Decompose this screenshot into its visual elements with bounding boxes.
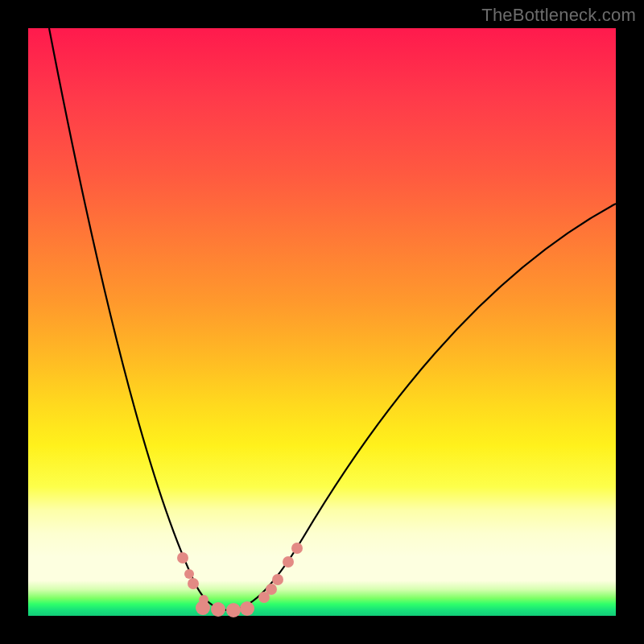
marker-point <box>226 603 241 617</box>
marker-point <box>196 601 210 615</box>
watermark-text: TheBottleneck.com <box>481 5 636 26</box>
marker-point <box>291 543 303 554</box>
marker-point <box>177 552 188 564</box>
curve-left <box>49 28 229 610</box>
marker-point <box>188 578 199 589</box>
marker-point <box>283 556 294 568</box>
chart-svg <box>28 28 616 616</box>
marker-point <box>240 601 254 616</box>
marker-point <box>184 569 194 579</box>
curve-right <box>229 204 616 610</box>
marker-point <box>211 602 225 617</box>
marker-point <box>272 574 283 585</box>
chart-frame: TheBottleneck.com <box>0 0 644 644</box>
plot-area <box>28 28 616 616</box>
marker-point <box>266 584 277 595</box>
markers-group <box>177 543 303 617</box>
